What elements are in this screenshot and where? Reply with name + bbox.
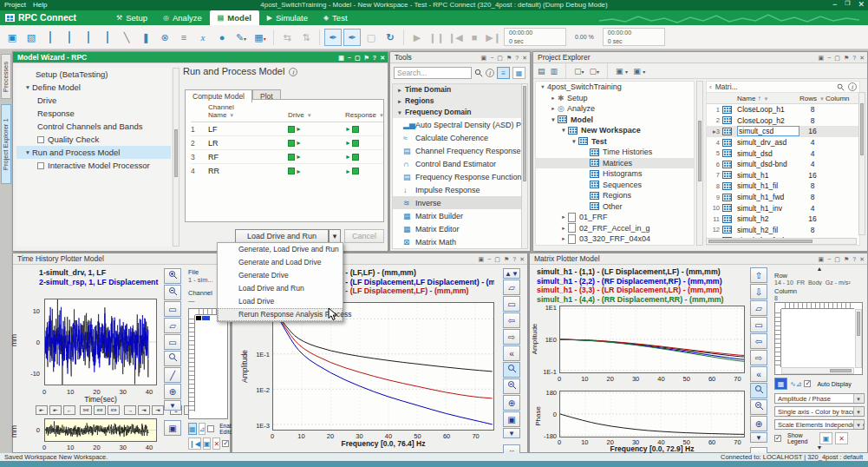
snapshot-icon[interactable]: ▣ [503, 411, 520, 427]
layout-split-icon[interactable] [99, 29, 116, 46]
recenter-icon[interactable]: ⊕ [164, 384, 181, 399]
trace-style-icon[interactable]: ∿⊿ [790, 380, 801, 388]
import-item-icon[interactable]: ▢▾ [590, 67, 600, 76]
time-history-plot[interactable] [44, 299, 157, 385]
tab-analyze[interactable]: ◎Analyze [155, 10, 210, 25]
list-icon[interactable]: ≡ [175, 29, 193, 46]
popout-icon[interactable]: ▣ [479, 253, 485, 265]
auto-display-checkbox[interactable] [804, 380, 811, 387]
matrix-plotter-title[interactable]: Matrix Plotter Model ▣−▢⚑?✕ [530, 253, 867, 265]
tools-title[interactable]: Tools ▣−▢⚑?✕ [390, 52, 530, 63]
section-regions[interactable]: ▸Regions [393, 95, 522, 107]
tool-channel-frf[interactable]: ▤Channel Frequency Response F... [393, 144, 522, 157]
more-tools-icon[interactable]: ▼ [503, 428, 520, 438]
tool-inverse[interactable]: ≋Inverse [393, 196, 522, 209]
matrix-row[interactable]: 7simult_h116 [707, 170, 859, 181]
info-icon[interactable]: i [289, 68, 297, 76]
tool-matrix-smoothing[interactable]: ~Matrix Smoothing [393, 248, 522, 249]
side-tab-project-explorer[interactable]: Project Explorer 1 [1, 104, 11, 184]
tree-item-histograms[interactable]: Histograms [536, 168, 694, 180]
search-icon[interactable] [837, 83, 845, 91]
list-view-icon[interactable]: ≡ [497, 67, 510, 79]
snapshot-icon[interactable]: ▣ [164, 420, 181, 436]
zoom-out-x-icon[interactable]: «» [108, 405, 120, 415]
col-left-icon[interactable]: ⇦ [750, 333, 767, 349]
filter-icon[interactable]: ▼ [379, 113, 384, 118]
minimize-panel-icon[interactable]: − [348, 52, 351, 63]
box-select-icon[interactable]: ▱ [503, 280, 520, 295]
layout-bottom-icon[interactable] [61, 29, 78, 46]
close-panel-icon[interactable]: ✕ [380, 52, 385, 63]
project-explorer-title[interactable]: Project Explorer ▣−▢⚑?✕ [533, 52, 867, 63]
side-tab-processes[interactable]: Processes [1, 54, 11, 99]
tree-item-02-frf[interactable]: ▸02_FRF_Accel_in_g [536, 223, 694, 234]
tree-item-test[interactable]: ▾Test [536, 136, 694, 148]
clear-icon[interactable]: ⊗ [156, 29, 173, 46]
tools-scrollbar[interactable] [521, 83, 528, 249]
close-panel-icon[interactable]: ✕ [522, 52, 527, 63]
tree-item-time-histories[interactable]: Time Histories [536, 147, 694, 158]
box-select-icon[interactable]: ▭ [164, 301, 181, 317]
table-row[interactable]: 3RF ► ► [191, 150, 383, 164]
more-tools-icon[interactable]: ▼ [750, 432, 767, 443]
prev-icon[interactable]: ❙◀ [188, 437, 201, 450]
restore-button[interactable]: ❐ [845, 0, 850, 9]
tab-test[interactable]: ◈Test [316, 10, 356, 25]
zoom-select-icon[interactable] [503, 378, 520, 394]
record-icon[interactable]: ● [213, 29, 231, 46]
new-item-icon[interactable]: ▢▾ [574, 67, 584, 76]
matrix-list-hscrollbar[interactable] [706, 238, 857, 245]
maximize-panel-icon[interactable]: ▢ [494, 253, 500, 265]
tree-item-01-frf[interactable]: ▸01_FRF [536, 212, 694, 223]
matrix-selector-grid[interactable] [774, 302, 863, 375]
tree-item-workspace[interactable]: ▾New Workspace [536, 125, 694, 136]
table-row[interactable]: 1LF ► ► [191, 122, 383, 136]
plot-mode-icon[interactable]: ⊿ [199, 423, 206, 435]
display-mode-dropdown[interactable]: Amplitude / Phase [774, 393, 865, 404]
page-end-icon[interactable]: ⇥ [138, 405, 150, 415]
col-right-icon[interactable]: ⇨ [750, 350, 767, 365]
zoom-in-icon[interactable] [164, 268, 181, 284]
zoom-select-icon[interactable] [750, 399, 767, 415]
row-value[interactable]: 14 - 10_FR_Body_Gz - m/s² [774, 280, 865, 286]
time-history-title[interactable]: Time History Plotter Model [13, 253, 230, 265]
row-up-icon[interactable]: ⇧ [750, 267, 767, 283]
window-cascade-icon[interactable]: ▣ ▾ [633, 67, 645, 76]
show-checkbox[interactable] [222, 440, 229, 447]
filter-tool-icon[interactable]: ❚ [137, 29, 154, 46]
wizard-item-control-channels[interactable]: Control Channels and Bands [16, 120, 171, 133]
tree-item-04-frm[interactable]: ▸04_Frm329 [536, 245, 694, 247]
tool-matrix-editor[interactable]: ▦Matrix Editor [393, 222, 522, 235]
wizard-scrollbar[interactable] [173, 68, 179, 247]
filter-icon[interactable]: ▼ [229, 113, 234, 118]
lasso-select-icon[interactable]: ▱ [164, 318, 181, 333]
variables-icon[interactable]: x [194, 29, 212, 46]
scroll-up-icon[interactable]: ▲▼ [503, 268, 520, 279]
tree-item-analyze[interactable]: ▸◎Analyze [536, 103, 694, 115]
tool-matrix-math[interactable]: ⊠Matrix Math [393, 235, 522, 248]
matrix-row[interactable]: 12simult_h2_fil8 [707, 225, 859, 236]
checkbox[interactable] [37, 136, 44, 143]
tab-setup[interactable]: ⚒Setup [108, 10, 155, 25]
lasso-select-icon[interactable]: ▭ [503, 296, 520, 312]
matrix-row[interactable]: 8simult_h1_fil8 [707, 181, 859, 192]
help-icon[interactable]: ? [852, 52, 856, 63]
probe-icon[interactable]: ✎▾ [232, 29, 250, 46]
help-icon[interactable]: ? [515, 52, 519, 63]
section-time-domain[interactable]: ▸Time Domain [393, 84, 522, 95]
wizard-item-response[interactable]: Response [16, 107, 171, 120]
grid-display-icon[interactable]: ▦ [774, 378, 787, 390]
zoom-icon[interactable] [750, 383, 767, 398]
pin-icon[interactable]: ⚑ [844, 52, 849, 63]
wizard-item-define-model[interactable]: ▼Define Model [16, 81, 171, 94]
recenter-icon[interactable]: ⊕ [750, 416, 767, 431]
minimize-button[interactable]: − [832, 0, 837, 9]
scale-mode-dropdown[interactable]: Scale Elements Independently [774, 419, 865, 430]
menu-item-generate-load-run[interactable]: Generate, Load Drive and Run [218, 243, 343, 256]
scroll-down-icon[interactable]: ▼ [774, 444, 865, 451]
tree-item-matrices[interactable]: Matrices [536, 158, 694, 169]
help-icon[interactable]: ? [512, 253, 516, 265]
close-panel-icon[interactable]: ✕ [859, 253, 865, 265]
zoom-out-icon[interactable] [164, 285, 181, 300]
pin-icon[interactable]: ⚑ [504, 253, 509, 265]
